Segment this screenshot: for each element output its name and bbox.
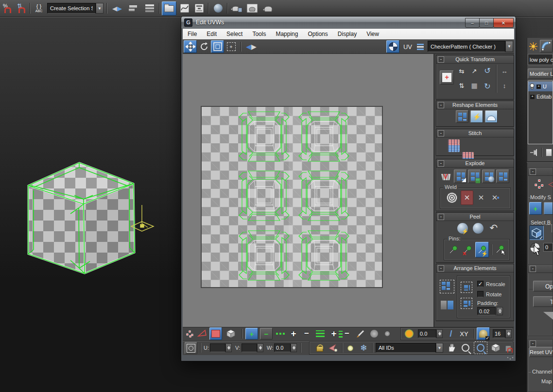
- menu-file[interactable]: File: [183, 29, 202, 39]
- collapse-box[interactable]: -: [438, 214, 444, 220]
- collapse-box[interactable]: -: [438, 130, 444, 136]
- planar-align-icon[interactable]: ▦: [468, 79, 480, 92]
- select-by-element-button[interactable]: ✓: [529, 225, 544, 240]
- select-edge-ring-icon[interactable]: [314, 328, 326, 340]
- rotate-checkbox[interactable]: [477, 291, 484, 297]
- rotate-cw-icon[interactable]: ↻: [481, 79, 494, 93]
- move-selected-pivot-button[interactable]: +: [440, 70, 454, 85]
- modifier-list-dropdown[interactable]: Modifier Li: [528, 68, 553, 79]
- rotate-tool-icon[interactable]: [197, 40, 210, 53]
- u-field[interactable]: [210, 343, 225, 352]
- zoom-extents-icon[interactable]: [489, 341, 502, 354]
- tile-bitmap-icon[interactable]: ✓: [477, 327, 490, 340]
- spinner-snap-icon[interactable]: ⇅: [15, 2, 27, 15]
- rollout-header[interactable]: - Peel: [436, 213, 514, 221]
- named-selection-sets-icon[interactable]: { } ABC: [32, 1, 46, 15]
- spin-down[interactable]: [293, 348, 295, 351]
- weld-selected-icon[interactable]: ✕: [461, 190, 473, 205]
- menu-view[interactable]: View: [362, 29, 384, 39]
- spin-down[interactable]: [259, 348, 262, 351]
- mirror-uv-icon[interactable]: ◀ ▶: [243, 40, 259, 53]
- resize-grip[interactable]: [506, 356, 514, 360]
- falloff-space-toggle[interactable]: XY: [457, 328, 471, 340]
- render-setup-icon[interactable]: [230, 2, 243, 15]
- spin-up[interactable]: [293, 344, 295, 348]
- pattern-dropdown-arrow[interactable]: ▼: [505, 41, 513, 52]
- freeform-mode-icon[interactable]: +: [225, 40, 238, 53]
- v-spinner[interactable]: [257, 343, 263, 352]
- element-mode-icon[interactable]: [225, 328, 237, 340]
- break-icon[interactable]: V: [439, 170, 452, 183]
- pattern-options-icon[interactable]: [415, 41, 426, 52]
- spin-down[interactable]: [227, 348, 230, 351]
- shrink-selection-button[interactable]: [544, 202, 553, 215]
- pin-icon[interactable]: [447, 242, 460, 257]
- material-id-field[interactable]: 0: [543, 243, 553, 252]
- uv-space-toggle[interactable]: UV: [400, 40, 415, 53]
- uv-island[interactable]: [299, 231, 349, 280]
- paint-select-icon[interactable]: [354, 328, 367, 340]
- linear-align-icon[interactable]: ↗: [468, 65, 480, 77]
- collapse-box[interactable]: -: [438, 102, 444, 108]
- spin-down[interactable]: [507, 334, 510, 337]
- paint-brush-shrink-icon[interactable]: [381, 328, 393, 340]
- spin-down[interactable]: [438, 334, 441, 337]
- collapse-box[interactable]: -: [530, 169, 536, 175]
- v-field[interactable]: [242, 343, 257, 352]
- grow-selection-icon[interactable]: +: [245, 328, 258, 340]
- filter-selected-faces-icon[interactable]: [326, 342, 339, 354]
- uv-island[interactable]: [299, 171, 349, 221]
- flatten-by-material-icon[interactable]: ▦: [468, 170, 481, 183]
- quick-peel-icon[interactable]: ⚡: [456, 222, 469, 235]
- loop-shrink-icon[interactable]: −: [301, 327, 312, 340]
- absolute-offset-toggle[interactable]: [185, 342, 197, 354]
- w-field[interactable]: 0.0: [274, 343, 291, 352]
- rollout-header[interactable]: - Stitch: [436, 129, 514, 137]
- scene-explorer-icon[interactable]: [162, 1, 176, 16]
- menu-display[interactable]: Display: [333, 29, 362, 39]
- lock-selection-icon[interactable]: [313, 342, 325, 354]
- edge-subobject-icon[interactable]: ◁: [548, 179, 553, 189]
- spin-up[interactable]: [507, 330, 510, 334]
- relax-icon[interactable]: [485, 110, 498, 123]
- expand-box[interactable]: +: [530, 95, 535, 99]
- falloff-shape-icon[interactable]: [403, 328, 415, 340]
- create-tab[interactable]: [528, 41, 539, 52]
- rollout-header[interactable]: - Arrange Elements: [436, 264, 514, 273]
- tile-size-spinner[interactable]: [505, 329, 512, 338]
- material-editor-icon[interactable]: [211, 2, 225, 15]
- display-bulb-icon[interactable]: [345, 342, 356, 354]
- uv-island[interactable]: [239, 231, 289, 280]
- target-weld-icon[interactable]: [445, 190, 459, 205]
- align-icon[interactable]: [126, 2, 140, 15]
- uv-island[interactable]: [299, 112, 349, 161]
- pack-together-icon[interactable]: [439, 297, 455, 313]
- tweak-in-view-button[interactable]: T: [533, 296, 553, 307]
- modify-tab[interactable]: [540, 40, 553, 52]
- stitch-custom-icon[interactable]: ↓: [448, 139, 460, 152]
- rotate-ccw-icon[interactable]: ↺: [481, 64, 494, 77]
- spin-up[interactable]: [499, 307, 501, 311]
- relax-until-flat-icon[interactable]: ⚡: [470, 110, 483, 123]
- auto-pin-icon[interactable]: ⚡: [475, 242, 489, 257]
- snap-toggle-icon[interactable]: ▦: [503, 341, 514, 354]
- vertex-mode-icon[interactable]: [185, 328, 195, 339]
- menu-edit[interactable]: Edit: [202, 29, 222, 39]
- spin-up[interactable]: [259, 344, 262, 348]
- render-production-icon[interactable]: [261, 2, 275, 15]
- reset-uvws-button[interactable]: Reset UV: [529, 347, 553, 357]
- align-vertical-icon[interactable]: ⇅: [456, 79, 467, 92]
- rescale-checkbox[interactable]: ✓: [477, 281, 484, 287]
- falloff-distance-field[interactable]: 0.0: [418, 329, 436, 338]
- open-uv-editor-button[interactable]: Ope: [533, 281, 553, 291]
- pack-selected-icon[interactable]: [460, 280, 473, 294]
- visibility-bulb-icon[interactable]: [529, 83, 535, 90]
- rollout-header[interactable]: -: [528, 265, 553, 273]
- zoom-region-icon[interactable]: [474, 341, 487, 354]
- collapse-box[interactable]: -: [438, 56, 444, 63]
- mirror-icon[interactable]: ◀ ▶: [110, 2, 124, 15]
- falloff-type-icon[interactable]: /: [445, 328, 457, 340]
- spin-up[interactable]: [227, 344, 230, 348]
- align-horizontal-icon[interactable]: ⇆: [456, 65, 467, 77]
- pack-normalize-icon[interactable]: [439, 279, 455, 294]
